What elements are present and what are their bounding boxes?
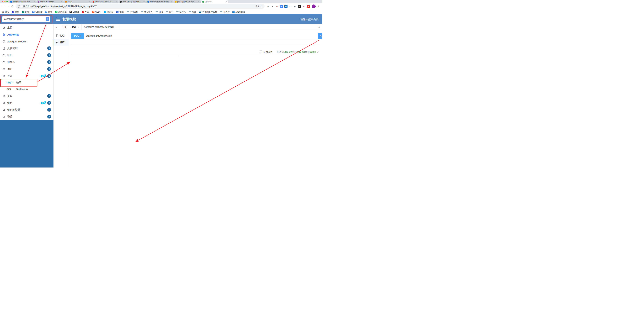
panel-tab-文档[interactable]: 文档 [54, 32, 69, 39]
search-input[interactable] [279, 18, 319, 21]
module-select[interactable]: authority-权限模块 ▲▼ [2, 16, 50, 22]
browser-tab-strip: temporary-interior 知乎×LAND - Composer×hb… [0, 0, 322, 3]
sidebar-item-Authorize[interactable]: Authorize [0, 31, 54, 38]
show-description-toggle[interactable]: 显示说明 [260, 50, 272, 54]
tab-close-icon[interactable]: × [89, 1, 90, 3]
bookmark-item[interactable]: 公司 [166, 10, 173, 13]
doc-tab-登录[interactable]: 登录× [69, 24, 82, 30]
ku-ext-icon[interactable]: 酷 [298, 5, 301, 8]
blue-ext-icon[interactable]: 拓 [280, 5, 283, 8]
tab-close-icon[interactable]: × [116, 26, 117, 28]
bookmark-item[interactable]: 微信 [156, 10, 163, 13]
tab-close-icon[interactable]: × [144, 1, 144, 3]
bookmark-item[interactable]: mac [188, 10, 196, 13]
browser-tab[interactable]: temporary-interior 知乎× [9, 0, 36, 3]
close-window-icon[interactable] [2, 1, 3, 2]
tab-close-icon[interactable]: × [226, 1, 227, 3]
sidebar-api-验证token[interactable]: GET验证token [0, 86, 54, 92]
tab-close-icon[interactable]: × [116, 1, 117, 3]
cube-icon [2, 40, 5, 43]
site-info-icon[interactable]: i [18, 5, 20, 8]
sidebar-item-用户[interactable]: 用户9 [0, 66, 54, 72]
browser-tab[interactable]: 权限系统× [201, 0, 228, 3]
expand-tabs-icon[interactable]: » [316, 26, 322, 28]
doc-tab-Authorize-authority-权限模块[interactable]: Authorize-authority-权限模块× [82, 24, 120, 30]
shield-ext-icon[interactable]: ◆ [293, 5, 296, 8]
minimize-window-icon[interactable] [4, 1, 6, 2]
sidebar-item-主页[interactable]: 主页 [0, 24, 54, 31]
method-badge: POST [71, 33, 84, 39]
sidebar-api-登录[interactable]: POST登录 [0, 79, 54, 86]
bookmark-item[interactable]: GGoogle [32, 11, 42, 13]
count-badge: 9 [47, 67, 51, 71]
tab-close-icon[interactable]: × [61, 1, 62, 3]
bookmark-item[interactable]: 小目标 [220, 10, 230, 13]
sidebar-item-label: 文档管理 [7, 47, 18, 50]
browser-tab[interactable]: 围绕整数参数提升的理解× [146, 0, 173, 3]
sidebar-item-角色[interactable]: 角色NEW8 [0, 99, 54, 106]
sidebar-item-Swagger Models[interactable]: Swagger Models [0, 38, 54, 45]
sidebar-item-菜单[interactable]: 菜单7 [0, 92, 54, 99]
bookmark-item[interactable]: bBing [22, 11, 29, 13]
reload-icon[interactable]: ⟳ [12, 5, 14, 8]
panel-tab-label: 调试 [60, 41, 64, 44]
browser-tab[interactable]: hbase× [64, 0, 91, 3]
bookmark-item[interactable]: ▦应用 [2, 10, 9, 13]
sidebar-item-资源[interactable]: 资源6 [0, 113, 54, 120]
bookmark-star-icon[interactable]: ☆ [260, 5, 262, 8]
browser-menu-icon[interactable]: ⋮ [318, 5, 320, 8]
sidebar-item-登录[interactable]: 登录NEW2 [0, 72, 54, 79]
collapse-sidebar-icon[interactable]: « [54, 26, 59, 28]
bookmark-item[interactable]: 开开源中国 [55, 10, 66, 13]
bookmark-item[interactable]: 百百度 [12, 10, 19, 13]
tab-close-icon[interactable]: × [78, 26, 79, 28]
bookmark-label: 码云 [85, 10, 89, 13]
side-panel-icon[interactable]: ▣ [266, 5, 270, 8]
translate-icon[interactable]: 文A [256, 5, 259, 8]
maximize-window-icon[interactable] [6, 1, 8, 2]
browser-tab[interactable]: Redis分布式锁的实现× [91, 0, 118, 3]
url-bar[interactable]: i 127.0.0.1:8760/api/gate/doc.html#/auth… [16, 4, 264, 9]
forward-icon[interactable]: → [7, 5, 10, 8]
tab-close-icon[interactable]: × [34, 1, 35, 3]
bookmark-item[interactable]: 什么都有 [141, 10, 152, 13]
tab-close-icon[interactable]: × [171, 1, 172, 3]
sidebar-item-文档管理[interactable]: 文档管理3 [0, 45, 54, 52]
new-ext-icon[interactable]: 新 [307, 5, 310, 8]
show-description-checkbox[interactable] [260, 50, 262, 53]
bookmark-item[interactable]: 101024Tools [232, 11, 245, 13]
back-icon[interactable]: ← [2, 5, 5, 8]
bookmark-item[interactable]: 译翻译 [45, 10, 52, 13]
asterisk-ext-icon[interactable]: ✱ [302, 5, 306, 8]
bookmark-item[interactable]: G码云 [82, 10, 89, 13]
folder-icon [141, 10, 143, 13]
sidebar-item-角色的资源[interactable]: 角色的资源1 [0, 106, 54, 113]
sidebar-item-服务表[interactable]: 服务表6 [0, 59, 54, 66]
sidebar-item-应用[interactable]: 应用5 [0, 52, 54, 59]
ip-ext-icon[interactable]: IP [284, 5, 288, 8]
profile-avatar[interactable] [312, 4, 316, 8]
share-icon[interactable]: ➤ [271, 5, 274, 8]
panel-tab-调试[interactable]: 调试 [54, 39, 69, 46]
fullscreen-icon[interactable]: ⤢ [317, 50, 319, 53]
tab-close-icon[interactable]: × [198, 1, 199, 3]
google-ext-icon[interactable]: G [276, 5, 278, 8]
browser-tab[interactable]: github pages发布失败× [174, 0, 201, 3]
browser-tab[interactable]: LAND - Composer× [36, 0, 64, 3]
send-button[interactable]: 发送 [318, 33, 322, 39]
bookmark-item[interactable]: 记笔记 [116, 10, 124, 13]
bookmark-item[interactable]: ESES搜索引擎文档 [199, 10, 217, 13]
bookmark-item[interactable]: 已导入 [176, 10, 186, 13]
method-label: POST [6, 82, 16, 84]
hamburger-icon[interactable] [56, 18, 60, 21]
doc-tab-label: Authorize-authority-权限模块 [84, 26, 115, 29]
bookmark-item[interactable]: CCSDN [92, 11, 101, 13]
bookmark-item[interactable]: 云百度云 [104, 10, 113, 13]
site-favicon: C [92, 11, 94, 13]
bookmark-item[interactable]: 学习资料 [126, 10, 138, 13]
bookmark-item[interactable]: GGitHub [70, 11, 79, 13]
url-text[interactable]: 127.0.0.1:8760/api/gate/doc.html#/author… [22, 5, 254, 8]
ring-ext-icon[interactable]: ◯ [289, 5, 292, 8]
browser-tab[interactable]: 电脑上使用多个github账号× [119, 0, 146, 3]
doc-tab-主页[interactable]: 主页 [59, 24, 69, 30]
